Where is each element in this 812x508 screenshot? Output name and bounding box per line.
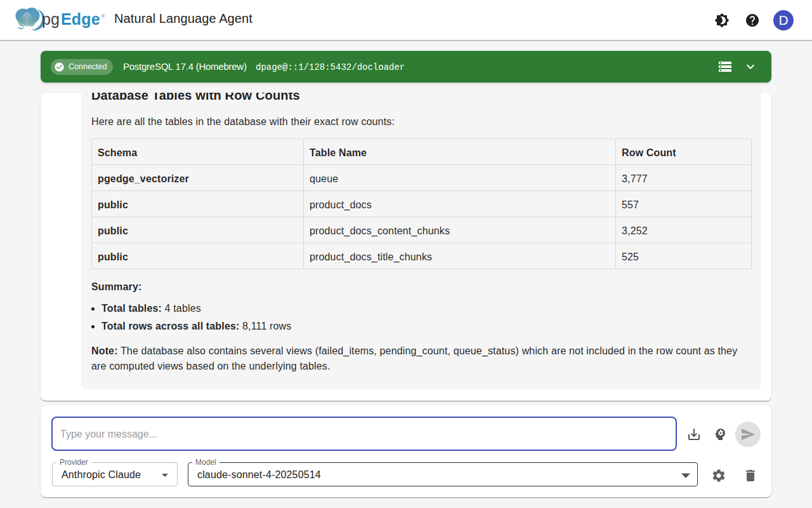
svg-text:Edge: Edge <box>61 10 100 28</box>
svg-text:pg: pg <box>42 10 60 28</box>
svg-text:®: ® <box>102 14 105 18</box>
